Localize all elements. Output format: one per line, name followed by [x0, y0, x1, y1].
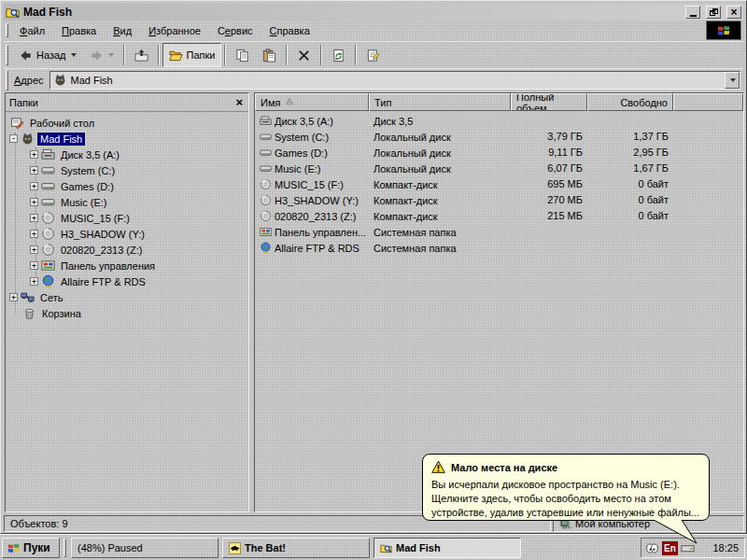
menu-tools[interactable]: Сервис: [209, 23, 261, 38]
tree-item-allaire-ftp[interactable]: + Allaire FTP & RDS: [6, 273, 248, 289]
tree-item-label: System (C:): [58, 164, 118, 177]
clock[interactable]: 18:25: [712, 542, 739, 553]
tree-item-020820-z[interactable]: + 020820_2313 (Z:): [6, 242, 248, 258]
toolbar-grip[interactable]: [6, 45, 8, 65]
task-button-the-bat[interactable]: The Bat!: [222, 538, 370, 558]
tree-item-network[interactable]: + Сеть: [6, 289, 248, 305]
column-header-filler: [673, 93, 743, 111]
column-header-free[interactable]: Свободно: [587, 93, 673, 111]
menu-file[interactable]: Файл: [11, 23, 53, 38]
list-row-020820-z[interactable]: 020820_2313 (Z:) Компакт-диск 215 МБ 0 б…: [255, 208, 743, 224]
address-bar: Адрес Mad Fish: [4, 68, 743, 91]
tree-item-floppy-a[interactable]: + Диск 3,5 (A:): [6, 147, 248, 162]
list-row-control-panel[interactable]: Панель управлен... Системная папка: [255, 224, 743, 240]
tree-item-label: Allaire FTP & RDS: [58, 275, 148, 288]
balloon-text-line: устройстве, удалив устаревшие или ненужн…: [431, 506, 700, 520]
control-panel-icon: [41, 259, 55, 273]
start-button[interactable]: Пуки: [2, 538, 60, 558]
expand-toggle[interactable]: +: [30, 230, 38, 238]
recycle-bin-icon: [22, 306, 36, 320]
column-header-name[interactable]: Имя: [255, 93, 369, 111]
expand-toggle[interactable]: +: [30, 245, 38, 254]
expand-toggle[interactable]: +: [30, 261, 38, 270]
folders-panel-title: Папки: [9, 97, 233, 108]
floppy-drive-icon: [41, 147, 55, 161]
forward-button[interactable]: [83, 43, 120, 67]
expand-toggle[interactable]: +: [30, 182, 38, 190]
tree-item-label: Mad Fish: [37, 133, 85, 146]
tree-item-h3shadow-y[interactable]: + H3_SHADOW (Y:): [6, 226, 248, 242]
refresh-button[interactable]: [325, 43, 352, 67]
list-row-music-e[interactable]: Music (E:) Локальный диск 6,07 ГБ 1,67 Г…: [255, 161, 743, 176]
properties-button[interactable]: [359, 43, 387, 67]
column-header-type[interactable]: Тип: [369, 93, 511, 111]
menu-grip[interactable]: [6, 23, 8, 37]
expand-toggle[interactable]: +: [30, 150, 38, 159]
tree-item-music-e[interactable]: + Music (E:): [6, 194, 248, 210]
balloon-title-row: Мало места на диске: [431, 460, 700, 474]
list-row-floppy-a[interactable]: Диск 3,5 (A:) Диск 3,5: [255, 113, 743, 129]
tree-item-mad-fish[interactable]: - Mad Fish: [6, 131, 248, 147]
address-combobox[interactable]: Mad Fish: [49, 71, 741, 90]
globe-icon: [260, 242, 272, 254]
minimize-button[interactable]: [685, 6, 700, 19]
address-dropdown-button[interactable]: [725, 72, 740, 89]
balloon-tail: [648, 520, 704, 544]
task-button-paused[interactable]: (48%) Paused: [71, 538, 218, 558]
close-button[interactable]: ×: [726, 6, 741, 19]
expand-toggle[interactable]: +: [9, 293, 18, 301]
list-row-allaire-ftp[interactable]: Allaire FTP & RDS Системная папка: [255, 240, 743, 256]
menu-view[interactable]: Вид: [105, 23, 140, 38]
close-panel-icon[interactable]: ×: [233, 97, 245, 107]
hard-drive-icon: [41, 163, 55, 177]
open-folder-icon: [169, 49, 183, 63]
tree-item-control-panel[interactable]: + Панель управления: [6, 258, 248, 273]
tree-item-music15-f[interactable]: + MUSIC_15 (F:): [6, 210, 248, 226]
back-dropdown-icon[interactable]: [71, 53, 77, 57]
list-row-system-c[interactable]: System (C:) Локальный диск 3,79 ГБ 1,37 …: [255, 129, 743, 145]
tree-item-recycle-bin[interactable]: Корзина: [6, 305, 248, 321]
list-row-music15-f[interactable]: MUSIC_15 (F:) Компакт-диск 695 МБ 0 байт: [255, 176, 743, 192]
address-label: Адрес: [12, 75, 49, 86]
expand-toggle[interactable]: +: [30, 198, 38, 206]
up-button[interactable]: [128, 43, 155, 67]
expand-toggle[interactable]: +: [30, 166, 38, 175]
forward-arrow-icon: [90, 49, 104, 63]
toolbar-separator: [224, 45, 226, 65]
paste-button[interactable]: [256, 43, 283, 67]
address-grip[interactable]: [6, 70, 8, 91]
low-disk-space-balloon[interactable]: Мало места на диске Вы исчерпали дисково…: [422, 454, 710, 521]
list-row-games-d[interactable]: Games (D:) Локальный диск 9,11 ГБ 2,95 Г…: [255, 145, 743, 161]
delete-button[interactable]: [290, 43, 317, 67]
collapse-toggle[interactable]: -: [9, 134, 18, 143]
column-header-total[interactable]: Полный объем: [511, 93, 587, 111]
address-value: Mad Fish: [71, 75, 113, 86]
globe-icon: [41, 274, 55, 288]
tree-item-label: Корзина: [39, 307, 84, 320]
menu-help[interactable]: Справка: [261, 23, 318, 38]
menu-edit[interactable]: Правка: [53, 23, 105, 38]
forward-dropdown-icon[interactable]: [108, 53, 114, 57]
copy-button[interactable]: [229, 43, 256, 67]
window-title: Mad Fish: [23, 6, 680, 19]
menu-favorites[interactable]: Избранное: [140, 23, 209, 38]
cd-drive-icon: [260, 178, 272, 190]
task-button-mad-fish[interactable]: Mad Fish: [374, 538, 521, 558]
balloon-title: Мало места на диске: [451, 462, 557, 473]
folders-toggle-button[interactable]: Папки: [162, 43, 222, 67]
expand-toggle[interactable]: +: [30, 214, 38, 222]
list-row-h3shadow-y[interactable]: H3_SHADOW (Y:) Компакт-диск 270 МБ 0 бай…: [255, 192, 743, 208]
tree-item-games-d[interactable]: + Games (D:): [6, 178, 248, 194]
tree-item-desktop[interactable]: Рабочий стол: [6, 115, 248, 131]
tree-item-label: Рабочий стол: [27, 117, 97, 130]
back-button[interactable]: Назад: [12, 43, 83, 67]
title-bar[interactable]: Mad Fish ×: [4, 4, 743, 21]
taskbar: Пуки (48%) Paused The Bat! Mad Fish En 1…: [0, 534, 747, 560]
tree-item-system-c[interactable]: + System (C:): [6, 162, 248, 178]
taskbar-divider[interactable]: [63, 539, 66, 557]
cd-drive-icon: [260, 194, 272, 206]
hard-drive-icon: [41, 179, 55, 193]
toolbar: Назад Папки: [4, 41, 743, 68]
restore-button[interactable]: [706, 6, 721, 19]
expand-toggle[interactable]: +: [30, 277, 38, 286]
